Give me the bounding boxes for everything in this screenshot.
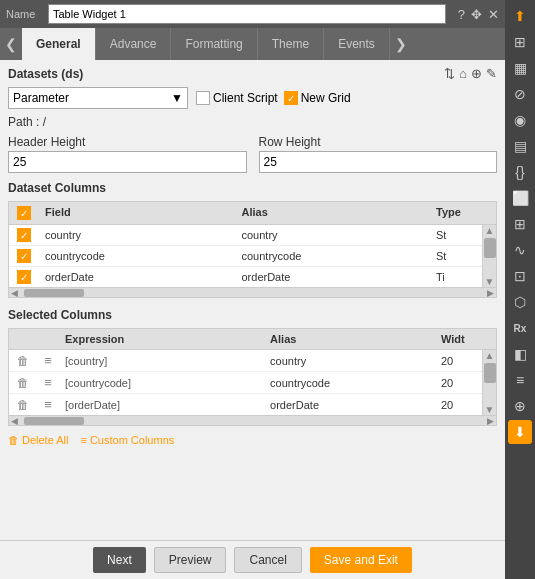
sel-del-1[interactable]: 🗑 bbox=[9, 373, 37, 393]
client-script-checkbox-wrapper[interactable]: Client Script bbox=[196, 91, 278, 105]
dataset-scrollbar[interactable]: ▲ ▼ bbox=[482, 225, 496, 287]
dataset-columns-header: ✓ Field Alias Type bbox=[9, 202, 496, 225]
dataset-columns-table: ✓ Field Alias Type ✓ country country St bbox=[8, 201, 497, 298]
sel-row: 🗑 ≡ [orderDate] orderDate 20 bbox=[9, 394, 482, 415]
tab-events[interactable]: Events bbox=[324, 28, 390, 60]
dataset-sort-icon[interactable]: ⇅ bbox=[444, 66, 455, 81]
close-icon[interactable]: ✕ bbox=[488, 7, 499, 22]
title-icons: ? ✥ ✕ bbox=[458, 7, 499, 22]
sidebar-puzzle-icon[interactable]: ⊕ bbox=[508, 394, 532, 418]
sel-eq-0[interactable]: ≡ bbox=[37, 350, 59, 371]
sidebar-rx-icon[interactable]: Rx bbox=[508, 316, 532, 340]
row-field-0: country bbox=[39, 226, 236, 244]
sidebar-stack-icon[interactable]: ≡ bbox=[508, 368, 532, 392]
dataset-edit-icon[interactable]: ✎ bbox=[486, 66, 497, 81]
sidebar-download-icon[interactable]: ⬇ bbox=[508, 420, 532, 444]
cancel-button[interactable]: Cancel bbox=[234, 547, 301, 573]
selected-columns-table: Expression Alias Widt 🗑 ≡ [country] coun… bbox=[8, 328, 497, 426]
title-input[interactable] bbox=[48, 4, 446, 24]
preview-button[interactable]: Preview bbox=[154, 547, 227, 573]
path-label: Path : bbox=[8, 115, 39, 129]
tab-formatting[interactable]: Formatting bbox=[171, 28, 257, 60]
sidebar-map-icon[interactable]: ⊘ bbox=[508, 82, 532, 106]
scrollbar-thumb[interactable] bbox=[484, 238, 496, 258]
row-height-label: Row Height bbox=[259, 135, 498, 149]
th-field: Field bbox=[39, 202, 236, 224]
sel-th-width: Widt bbox=[437, 329, 482, 349]
dataset-home-icon[interactable]: ⌂ bbox=[459, 66, 467, 81]
sidebar-braces-icon[interactable]: {} bbox=[508, 160, 532, 184]
select-all-checkbox[interactable]: ✓ bbox=[17, 206, 31, 220]
height-row: Header Height Row Height bbox=[8, 135, 497, 173]
tab-right-arrow[interactable]: ❯ bbox=[390, 28, 412, 60]
tab-general[interactable]: General bbox=[22, 28, 96, 60]
th-scrollbar bbox=[482, 202, 496, 224]
row-field-2: orderDate bbox=[39, 268, 236, 286]
horiz-thumb[interactable] bbox=[24, 289, 84, 297]
header-height-label: Header Height bbox=[8, 135, 247, 149]
sel-row: 🗑 ≡ [countrycode] countrycode 20 bbox=[9, 372, 482, 394]
tab-advance[interactable]: Advance bbox=[96, 28, 172, 60]
selected-scrollbar[interactable]: ▲ ▼ bbox=[482, 350, 496, 415]
sidebar-layers-icon[interactable]: ⊞ bbox=[508, 30, 532, 54]
sidebar-pin-icon[interactable]: ⬆ bbox=[508, 4, 532, 28]
sidebar-barchart-icon[interactable]: ▦ bbox=[508, 56, 532, 80]
row-check-2[interactable]: ✓ bbox=[9, 267, 39, 287]
sel-expr-1: [countrycode] bbox=[59, 374, 264, 392]
sel-del-2[interactable]: 🗑 bbox=[9, 395, 37, 415]
sidebar-doc-icon[interactable]: ▤ bbox=[508, 134, 532, 158]
dataset-add-icon[interactable]: ⊕ bbox=[471, 66, 482, 81]
save-exit-button[interactable]: Save and Exit bbox=[310, 547, 412, 573]
help-icon[interactable]: ? bbox=[458, 7, 465, 22]
row-field-1: countrycode bbox=[39, 247, 236, 265]
sidebar-doc2-icon[interactable]: ◧ bbox=[508, 342, 532, 366]
next-button[interactable]: Next bbox=[93, 547, 146, 573]
sel-scrollbar-thumb[interactable] bbox=[484, 363, 496, 383]
sidebar-clipboard-icon[interactable]: ⊡ bbox=[508, 264, 532, 288]
selected-columns-header: Expression Alias Widt bbox=[9, 329, 496, 350]
table-row: ✓ orderDate orderDate Ti bbox=[9, 267, 482, 287]
sel-horiz-thumb[interactable] bbox=[24, 417, 84, 425]
sel-del-0[interactable]: 🗑 bbox=[9, 351, 37, 371]
header-height-group: Header Height bbox=[8, 135, 247, 173]
row-check-1[interactable]: ✓ bbox=[9, 246, 39, 266]
row-type-0: St bbox=[432, 226, 482, 244]
tab-theme[interactable]: Theme bbox=[258, 28, 324, 60]
sel-expr-0: [country] bbox=[59, 352, 264, 370]
sidebar-table-icon[interactable]: ⊞ bbox=[508, 212, 532, 236]
sidebar-image-icon[interactable]: ⬜ bbox=[508, 186, 532, 210]
new-grid-checkbox[interactable]: ✓ bbox=[284, 91, 298, 105]
client-script-label: Client Script bbox=[213, 91, 278, 105]
sel-th-sb bbox=[482, 329, 496, 349]
table-row: ✓ country country St bbox=[9, 225, 482, 246]
sidebar-nodes-icon[interactable]: ⬡ bbox=[508, 290, 532, 314]
dataset-rows: ✓ country country St ✓ countrycode count… bbox=[9, 225, 482, 287]
dataset-select[interactable]: Parameter ▼ bbox=[8, 87, 188, 109]
selected-rows: 🗑 ≡ [country] country 20 🗑 ≡ [countrycod… bbox=[9, 350, 482, 415]
delete-all-link[interactable]: 🗑 Delete All bbox=[8, 434, 68, 446]
custom-columns-link[interactable]: ≡ Custom Columns bbox=[80, 434, 174, 446]
dataset-horiz-scroll[interactable]: ◀ ▶ bbox=[9, 287, 496, 297]
row-check-0[interactable]: ✓ bbox=[9, 225, 39, 245]
sel-width-0: 20 bbox=[437, 352, 482, 370]
title-bar: Name ? ✥ ✕ bbox=[0, 0, 505, 28]
row-height-input[interactable] bbox=[259, 151, 498, 173]
th-check: ✓ bbox=[9, 202, 39, 224]
sidebar-linechart-icon[interactable]: ∿ bbox=[508, 238, 532, 262]
header-height-input[interactable] bbox=[8, 151, 247, 173]
dataset-rows-wrapper: ✓ country country St ✓ countrycode count… bbox=[9, 225, 496, 287]
row-alias-1: countrycode bbox=[236, 247, 433, 265]
new-grid-checkbox-wrapper[interactable]: ✓ New Grid bbox=[284, 91, 351, 105]
sel-eq-1[interactable]: ≡ bbox=[37, 372, 59, 393]
sidebar-gauge-icon[interactable]: ◉ bbox=[508, 108, 532, 132]
tab-left-arrow[interactable]: ❮ bbox=[0, 28, 22, 60]
sel-eq-2[interactable]: ≡ bbox=[37, 394, 59, 415]
move-icon[interactable]: ✥ bbox=[471, 7, 482, 22]
dataset-columns-title: Dataset Columns bbox=[8, 181, 497, 195]
sel-horiz-scroll[interactable]: ◀ ▶ bbox=[9, 415, 496, 425]
delete-all-label: Delete All bbox=[22, 434, 68, 446]
client-script-checkbox[interactable] bbox=[196, 91, 210, 105]
path-row: Path : / bbox=[8, 115, 497, 129]
name-label: Name bbox=[6, 8, 42, 20]
sel-width-2: 20 bbox=[437, 396, 482, 414]
